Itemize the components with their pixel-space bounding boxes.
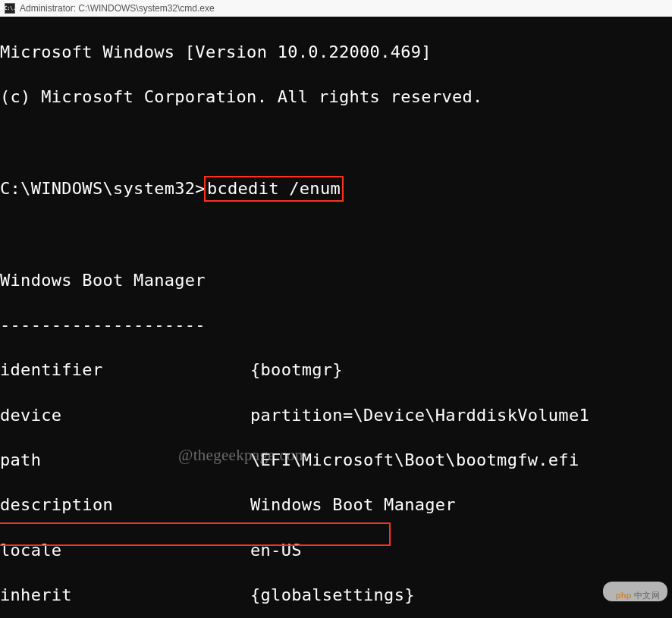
section-header: Windows Boot Manager — [0, 269, 672, 292]
banner-version: Microsoft Windows [Version 10.0.22000.46… — [0, 41, 672, 64]
entry-row: descriptionWindows Boot Manager — [0, 494, 672, 516]
command-highlight: bcdedit /enum — [204, 176, 344, 202]
prompt-prefix: C:\WINDOWS\system32> — [0, 179, 206, 198]
entry-row: path\EFI\Microsoft\Boot\bootmgfw.efi — [0, 449, 672, 472]
window-titlebar: C:\. Administrator: C:\WINDOWS\system32\… — [0, 0, 672, 17]
terminal-output[interactable]: Microsoft Windows [Version 10.0.22000.46… — [0, 17, 672, 618]
source-badge: php 中文网 — [603, 582, 667, 601]
prompt-line: C:\WINDOWS\system32>bcdedit /enum — [0, 176, 672, 202]
entry-row: devicepartition=\Device\HarddiskVolume1 — [0, 404, 672, 427]
window-title: Administrator: C:\WINDOWS\system32\cmd.e… — [20, 3, 215, 14]
section-divider: -------------------- — [0, 314, 672, 337]
entry-row: identifier{bootmgr} — [0, 359, 672, 381]
cmd-icon: C:\. — [5, 3, 15, 14]
banner-copyright: (c) Microsoft Corporation. All rights re… — [0, 86, 672, 108]
entry-row: localeen-US — [0, 539, 672, 562]
entry-row: inherit{globalsettings} — [0, 584, 672, 607]
